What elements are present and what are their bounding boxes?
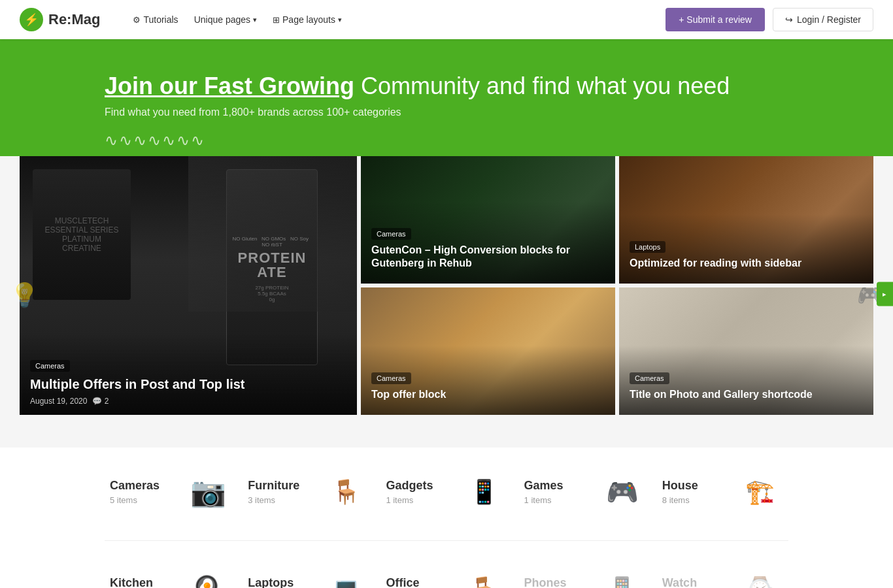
office-icon: 🪑 bbox=[462, 570, 507, 588]
gear-icon: ⚙ bbox=[133, 15, 141, 25]
post-top-mid-overlay: Cameras GutenCon – High Conversion block… bbox=[361, 201, 615, 284]
category-house-text: House 8 items bbox=[662, 479, 730, 505]
category-kitchen[interactable]: Kitchen 1 items 🍳 bbox=[105, 564, 236, 588]
hero-subtitle: Find what you need from 1,800+ brands ac… bbox=[105, 106, 873, 118]
nav-tutorials[interactable]: ⚙ Tutorials bbox=[133, 14, 178, 25]
furniture-icon: 🪑 bbox=[323, 472, 369, 512]
nav-page-layouts-label: Page layouts bbox=[282, 14, 335, 25]
post-card-bot-mid[interactable]: Cameras Top offer block bbox=[361, 287, 615, 415]
post-tag-mid: Cameras bbox=[371, 228, 411, 240]
camera-icon: 📷 bbox=[185, 472, 231, 512]
post-tag-right: Laptops bbox=[630, 241, 666, 253]
post-card-large[interactable]: NO Gluten NO GMOs NO Soy NO rbST PROTEIN… bbox=[20, 156, 357, 415]
category-cameras-text: Cameras 5 items bbox=[110, 479, 177, 505]
post-card-top-right[interactable]: Laptops Optimized for reading with sideb… bbox=[619, 156, 873, 284]
scroll-tab-label: ▸ bbox=[881, 290, 888, 299]
category-laptops-text: Laptops 12 items bbox=[248, 576, 315, 588]
kitchen-icon: 🍳 bbox=[185, 570, 231, 588]
category-furniture-name: Furniture bbox=[248, 479, 315, 493]
nav-unique-pages-label: Unique pages bbox=[194, 14, 250, 25]
hero-title: Join our Fast Growing Community and find… bbox=[105, 72, 873, 100]
navbar: ⚡ Re:Mag ⚙ Tutorials Unique pages ▾ ⊞ Pa… bbox=[0, 0, 893, 39]
category-cameras-count: 5 items bbox=[110, 495, 177, 505]
category-watch-text: Watch 3 items bbox=[662, 576, 730, 588]
post-title-mid: GutenCon – High Conversion blocks for Gu… bbox=[371, 244, 605, 271]
submit-review-label: + Submit a review bbox=[679, 14, 752, 25]
category-phones-text: Phones 1 items bbox=[524, 576, 592, 588]
hero-title-normal: Community and find what you need bbox=[354, 73, 730, 99]
category-gadgets[interactable]: Gadgets 1 items 📱 bbox=[380, 467, 512, 517]
category-kitchen-text: Kitchen 1 items bbox=[110, 576, 177, 588]
logo-text: Re:Mag bbox=[48, 11, 100, 28]
category-house-count: 8 items bbox=[662, 495, 730, 505]
bulb-icon: 💡 bbox=[10, 282, 39, 309]
posts-section: 💡 🎮 NO Gluten NO GMOs NO Soy NO rbST PRO… bbox=[0, 156, 893, 434]
category-watch[interactable]: Watch 3 items ⌚ bbox=[657, 564, 788, 588]
watch-icon: ⌚ bbox=[737, 570, 783, 588]
category-furniture-text: Furniture 3 items bbox=[248, 479, 315, 505]
hero-wave: ∿∿∿∿∿∿∿ bbox=[105, 131, 873, 150]
logo-icon: ⚡ bbox=[20, 8, 43, 31]
posts-grid: NO Gluten NO GMOs NO Soy NO rbST PROTEIN… bbox=[20, 156, 873, 415]
category-phones[interactable]: Phones 1 items 📱 bbox=[519, 564, 650, 588]
post-top-right-overlay: Laptops Optimized for reading with sideb… bbox=[619, 214, 873, 284]
post-bot-mid-overlay: Cameras Top offer block bbox=[361, 346, 615, 415]
house-icon: 🏗️ bbox=[737, 472, 783, 512]
category-phones-name: Phones bbox=[524, 576, 592, 588]
post-title-bot-right: Title on Photo and Gallery shortcode bbox=[630, 388, 863, 402]
nav-links: ⚙ Tutorials Unique pages ▾ ⊞ Page layout… bbox=[133, 14, 646, 25]
category-kitchen-name: Kitchen bbox=[110, 576, 177, 588]
chevron-down-icon: ▾ bbox=[253, 16, 257, 24]
category-furniture-count: 3 items bbox=[248, 495, 315, 505]
post-card-bot-right[interactable]: Cameras Title on Photo and Gallery short… bbox=[619, 287, 873, 415]
category-laptops[interactable]: Laptops 12 items 💻 bbox=[243, 564, 374, 588]
category-games-name: Games bbox=[524, 479, 592, 493]
categories-grid: Cameras 5 items 📷 Furniture 3 items 🪑 Ga… bbox=[105, 467, 788, 588]
category-watch-name: Watch bbox=[662, 576, 730, 588]
login-label: Login / Register bbox=[797, 14, 861, 25]
post-date: August 19, 2020 bbox=[30, 397, 87, 406]
logo[interactable]: ⚡ Re:Mag bbox=[20, 8, 100, 31]
category-games[interactable]: Games 1 items 🎮 bbox=[519, 467, 650, 517]
grid-icon: ⊞ bbox=[273, 15, 280, 25]
categories-section: Cameras 5 items 📷 Furniture 3 items 🪑 Ga… bbox=[0, 448, 893, 588]
category-house[interactable]: House 8 items 🏗️ bbox=[657, 467, 788, 517]
phones-icon: 📱 bbox=[599, 570, 645, 588]
post-card-top-mid[interactable]: Cameras GutenCon – High Conversion block… bbox=[361, 156, 615, 284]
login-arrow-icon: ↪ bbox=[785, 14, 793, 25]
category-office-name: Office bbox=[386, 576, 453, 588]
nav-unique-pages[interactable]: Unique pages ▾ bbox=[194, 14, 257, 25]
category-house-name: House bbox=[662, 479, 730, 493]
category-games-count: 1 items bbox=[524, 495, 592, 505]
gadgets-icon: 📱 bbox=[462, 472, 507, 512]
post-meta: August 19, 2020 💬 2 bbox=[30, 397, 346, 406]
post-title: Multiple Offers in Post and Top list bbox=[30, 376, 346, 393]
post-title-bot-mid: Top offer block bbox=[371, 388, 605, 402]
nav-actions: + Submit a review ↪ Login / Register bbox=[666, 8, 873, 31]
submit-review-button[interactable]: + Submit a review bbox=[666, 8, 765, 31]
category-cameras-name: Cameras bbox=[110, 479, 177, 493]
nav-page-layouts[interactable]: ⊞ Page layouts ▾ bbox=[273, 14, 342, 25]
login-button[interactable]: ↪ Login / Register bbox=[773, 8, 873, 31]
category-gadgets-name: Gadgets bbox=[386, 479, 453, 493]
post-tag-bot-mid: Cameras bbox=[371, 372, 411, 384]
post-title-right: Optimized for reading with sidebar bbox=[630, 257, 863, 270]
post-tag: Cameras bbox=[30, 360, 70, 372]
category-furniture[interactable]: Furniture 3 items 🪑 bbox=[243, 467, 374, 517]
chevron-down-icon-2: ▾ bbox=[338, 16, 342, 24]
nav-tutorials-label: Tutorials bbox=[143, 14, 178, 25]
laptops-icon: 💻 bbox=[323, 570, 369, 588]
comment-icon: 💬 2 bbox=[92, 397, 109, 406]
post-large-overlay: Cameras Multiple Offers in Post and Top … bbox=[20, 333, 357, 415]
category-games-text: Games 1 items bbox=[524, 479, 592, 505]
scroll-tab[interactable]: ▸ bbox=[877, 282, 893, 306]
category-gadgets-text: Gadgets 1 items bbox=[386, 479, 453, 505]
hero-title-bold: Join our Fast Growing bbox=[105, 73, 354, 99]
post-tag-bot-right: Cameras bbox=[630, 372, 669, 384]
category-cameras[interactable]: Cameras 5 items 📷 bbox=[105, 467, 236, 517]
category-office[interactable]: Office 2 items 🪑 bbox=[380, 564, 512, 588]
post-bot-right-overlay: Cameras Title on Photo and Gallery short… bbox=[619, 346, 873, 415]
hero-banner: Join our Fast Growing Community and find… bbox=[0, 39, 893, 176]
category-office-text: Office 2 items bbox=[386, 576, 453, 588]
categories-divider bbox=[105, 540, 788, 541]
